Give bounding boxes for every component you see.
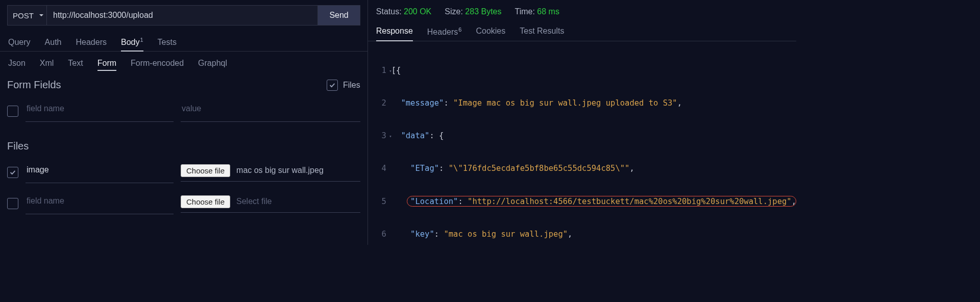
body-type-tabs: Json Xml Text Form Form-encoded Graphql (7, 58, 360, 75)
choose-file-button[interactable]: Choose file (181, 164, 230, 177)
select-file-placeholder: Select file (236, 197, 272, 206)
response-tabs: Response Headers6 Cookies Test Results (368, 22, 796, 41)
tab-response-headers[interactable]: Headers6 (427, 22, 462, 41)
form-field-name-input[interactable] (26, 101, 174, 117)
form-field-row (7, 100, 360, 122)
status-value: 200 OK (404, 7, 431, 16)
tab-test-results[interactable]: Test Results (520, 22, 564, 41)
tab-body[interactable]: Body1 (121, 33, 143, 51)
form-fields-heading: Form Fields (7, 79, 61, 91)
body-type-graphql[interactable]: Graphql (198, 59, 227, 71)
tab-cookies[interactable]: Cookies (476, 22, 505, 41)
size-label: Size: (445, 7, 463, 16)
file-row-empty: Choose file Select file (7, 192, 360, 214)
body-type-text[interactable]: Text (68, 59, 83, 71)
tab-response-headers-count: 6 (458, 27, 461, 33)
time-value: 68 ms (537, 7, 559, 16)
time-label: Time: (514, 7, 534, 16)
file-name-input-empty[interactable] (26, 193, 174, 210)
tab-tests[interactable]: Tests (158, 34, 177, 51)
file-row: Choose file mac os big sur wall.jpeg (7, 161, 360, 183)
url-bar: POST Send (7, 5, 360, 26)
status-row: Status: 200 OK Size: 283 Bytes Time: 68 … (376, 5, 796, 22)
file-name-input[interactable] (26, 162, 174, 179)
chosen-file-label: mac os big sur wall.jpeg (236, 166, 324, 175)
response-pane: Status: 200 OK Size: 283 Bytes Time: 68 … (368, 0, 796, 245)
body-type-xml[interactable]: Xml (40, 59, 54, 71)
files-toggle[interactable]: Files (327, 80, 360, 91)
body-type-json[interactable]: Json (8, 59, 26, 71)
tab-headers[interactable]: Headers (76, 34, 107, 51)
request-tabs: Query Auth Headers Body1 Tests (0, 33, 368, 52)
tab-response-headers-label: Headers (427, 28, 458, 36)
url-input[interactable] (47, 5, 318, 26)
tab-auth[interactable]: Auth (45, 34, 62, 51)
form-field-value-input[interactable] (181, 101, 360, 117)
tab-query[interactable]: Query (8, 34, 31, 51)
file-row-empty-checkbox[interactable] (7, 198, 18, 209)
file-row-checkbox[interactable] (7, 167, 18, 178)
size-value: 283 Bytes (465, 7, 501, 16)
tab-body-count: 1 (140, 37, 143, 43)
files-toggle-checkbox[interactable] (327, 80, 338, 91)
body-type-form-encoded[interactable]: Form-encoded (131, 59, 184, 71)
files-toggle-label: Files (343, 81, 360, 90)
choose-file-button-empty[interactable]: Choose file (181, 195, 230, 208)
method-select[interactable]: POST (7, 5, 47, 26)
send-button[interactable]: Send (318, 5, 360, 26)
tab-body-label: Body (121, 38, 139, 46)
status-label: Status: (376, 7, 402, 16)
body-type-form[interactable]: Form (97, 59, 116, 71)
tab-response[interactable]: Response (376, 22, 413, 41)
form-field-checkbox[interactable] (7, 106, 18, 117)
files-heading: Files (7, 140, 360, 152)
response-body[interactable]: 1▾[{ 2 "message": "Image mac os big sur … (376, 41, 796, 245)
request-pane: POST Send Query Auth Headers Body1 Tests… (0, 0, 368, 245)
